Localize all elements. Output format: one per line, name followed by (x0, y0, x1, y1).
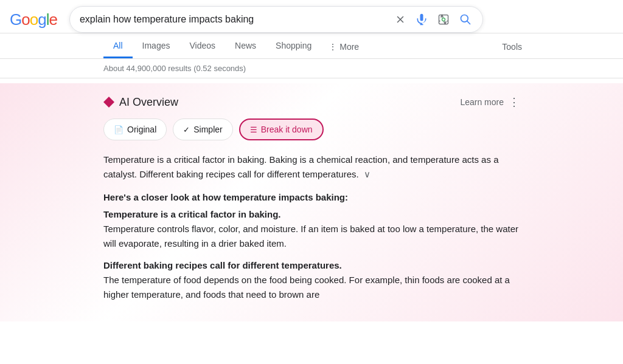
style-original-button[interactable]: 📄 Original (103, 118, 167, 140)
ai-overview-title: AI Overview (103, 96, 178, 109)
tab-shopping[interactable]: Shopping (266, 35, 321, 58)
ai-content: Temperature is a critical factor in baki… (103, 153, 520, 302)
overflow-menu-icon[interactable]: ⋮ (509, 95, 520, 109)
tab-all[interactable]: All (103, 35, 133, 58)
break-down-icon: ☰ (250, 125, 257, 134)
original-icon: 📄 (114, 125, 124, 134)
svg-point-0 (442, 18, 445, 21)
ai-diamond-icon (103, 97, 114, 108)
style-simpler-button[interactable]: ✓ Simpler (173, 118, 232, 140)
divider (0, 78, 623, 78)
search-bar (69, 6, 483, 33)
ai-overview-section: AI Overview Learn more ⋮ 📄 Original ✓ Si… (0, 83, 623, 321)
ai-overview-label: AI Overview (119, 96, 178, 109)
logo-g1: G (10, 10, 21, 29)
tab-news[interactable]: News (225, 35, 266, 58)
voice-search-button[interactable] (414, 12, 429, 27)
subsection-1: Temperature is a critical factor in baki… (103, 207, 520, 251)
break-down-label: Break it down (261, 125, 313, 134)
clear-button[interactable] (394, 13, 407, 26)
subsection-1-body: Temperature controls flavor, color, and … (103, 224, 518, 249)
simpler-label: Simpler (193, 125, 222, 134)
subsection-2: Different baking recipes call for differ… (103, 258, 520, 302)
subsection-1-title: Temperature is a critical factor in baki… (103, 209, 280, 219)
ai-section-heading: Here's a closer look at how temperature … (103, 190, 520, 205)
original-label: Original (127, 125, 156, 134)
ai-intro-text: Temperature is a critical factor in baki… (103, 154, 498, 179)
more-menu[interactable]: ⋮ More (321, 36, 366, 58)
tab-videos[interactable]: Videos (179, 35, 225, 58)
image-search-button[interactable] (436, 12, 451, 27)
ai-intro-paragraph: Temperature is a critical factor in baki… (103, 153, 520, 182)
search-icons (394, 12, 473, 27)
style-break-down-button[interactable]: ☰ Break it down (239, 118, 324, 140)
logo-e: e (49, 10, 57, 29)
logo-o1: o (21, 10, 29, 29)
tools-button[interactable]: Tools (492, 36, 532, 58)
search-submit-button[interactable] (458, 12, 473, 27)
subsection-2-body: The temperature of food depends on the f… (103, 275, 510, 300)
logo-g2: g (38, 10, 46, 29)
learn-more-button[interactable]: Learn more (460, 97, 504, 107)
search-input[interactable] (80, 14, 389, 25)
simpler-icon: ✓ (183, 125, 190, 134)
results-count: About 44,900,000 results (0.52 seconds) (0, 59, 623, 78)
more-dots-icon: ⋮ (329, 42, 337, 52)
ai-overview-actions: Learn more ⋮ (460, 95, 520, 109)
tab-images[interactable]: Images (133, 35, 180, 58)
style-buttons: 📄 Original ✓ Simpler ☰ Break it down (103, 118, 520, 140)
nav-tabs: All Images Videos News Shopping ⋮ More T… (0, 35, 623, 59)
ai-overview-header: AI Overview Learn more ⋮ (103, 95, 520, 109)
subsection-2-title: Different baking recipes call for differ… (103, 260, 342, 270)
expand-icon[interactable]: ∨ (364, 167, 371, 182)
google-logo: G o o g l e (10, 10, 57, 29)
more-label: More (339, 42, 359, 52)
logo-o2: o (30, 10, 38, 29)
header: G o o g l e (0, 0, 623, 33)
